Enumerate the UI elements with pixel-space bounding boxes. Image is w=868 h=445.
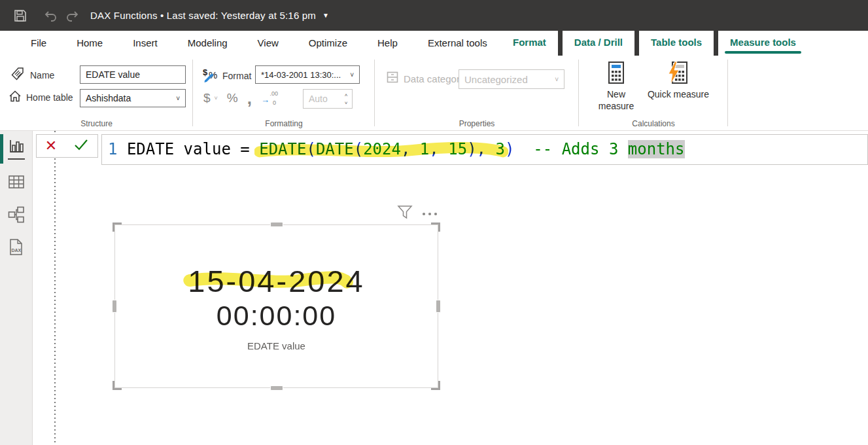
code-token: months (628, 140, 685, 158)
code-token: -- Adds 3 (533, 140, 628, 158)
code-token: ) (467, 140, 476, 158)
group-caption: Properties (375, 119, 579, 128)
sidebar-item-dax-query-view[interactable]: DAX (0, 234, 33, 263)
decimal-places-spinner[interactable]: Auto ˄˅ (303, 89, 353, 109)
name-label: Name (30, 70, 54, 80)
formula-commit-box: ✕ (36, 134, 98, 158)
card-visual[interactable]: 15-04-2024 00:00:00 EDATE value (114, 224, 438, 388)
cancel-formula-icon[interactable]: ✕ (45, 139, 57, 153)
resize-handle-top-right[interactable] (431, 222, 440, 232)
tab-measure-tools[interactable]: Measure tools (718, 31, 808, 56)
sidebar-item-table-view[interactable] (0, 169, 33, 198)
decimal-places-icon[interactable]: .00 → 0 (261, 90, 278, 106)
dax-query-icon: DAX (8, 238, 25, 259)
chevron-down-icon[interactable]: ˅ (215, 95, 218, 101)
home-table-dropdown[interactable]: Ashishdata ˅ (80, 89, 186, 107)
tab-view[interactable]: View (243, 31, 294, 56)
sidebar-item-model-view[interactable] (0, 202, 33, 230)
filter-icon[interactable] (396, 205, 413, 222)
code-token: DATE (316, 140, 354, 158)
model-icon (8, 206, 25, 226)
thousands-separator-button[interactable]: , (247, 95, 252, 101)
card-caption: EDATE value (247, 340, 305, 351)
dax-formula-bar[interactable]: 1 EDATE value = EDATE(DATE(2024, 1, 15),… (101, 134, 868, 165)
data-category-label: Data category (404, 73, 464, 84)
tab-help[interactable]: Help (362, 31, 413, 56)
resize-handle-right[interactable] (436, 300, 441, 313)
main-tabs: FileHomeInsertModelingViewOptimizeHelpEx… (0, 31, 502, 56)
view-sidebar: DAX (0, 131, 33, 445)
spinner-up-icon[interactable]: ˄ (345, 92, 348, 98)
data-category-dropdown: Uncategorized ˅ (459, 69, 564, 89)
canvas-guide-dotted-line (54, 131, 56, 445)
resize-handle-left[interactable] (112, 300, 117, 313)
card-content: 15-04-2024 00:00:00 EDATE value (115, 225, 438, 387)
percent-format-button[interactable]: % (227, 91, 238, 105)
code-token: EDATE value (127, 140, 240, 158)
svg-text:DAX: DAX (12, 248, 22, 253)
tag-icon (10, 67, 25, 84)
resize-handle-top[interactable] (270, 222, 283, 227)
code-token: = (240, 140, 259, 158)
tab-optimize[interactable]: Optimize (294, 31, 362, 56)
save-icon[interactable] (9, 6, 31, 26)
redo-icon[interactable] (61, 6, 84, 26)
card-date-value: 15-04-2024 (188, 264, 364, 298)
arrow-right-icon: → (261, 95, 269, 105)
chevron-down-icon: ˅ (171, 95, 180, 102)
resize-handle-bottom[interactable] (270, 385, 283, 391)
contextual-tabs: FormatData / DrillTable toolsMeasure too… (501, 31, 808, 56)
ribbon-group-calculations: New measure Quick measure Calculations (579, 56, 728, 130)
code-token: ( (354, 140, 363, 158)
document-title[interactable]: DAX Functions • Last saved: Yesterday at… (90, 10, 316, 21)
visual-hover-toolbar (396, 205, 440, 222)
measure-name-input[interactable]: EDATE value (80, 65, 186, 84)
code-token: , (429, 140, 448, 158)
calculator-icon (588, 60, 644, 86)
commit-formula-icon[interactable] (73, 138, 89, 154)
code-token: 15 (448, 140, 467, 158)
spinner-down-icon[interactable]: ˅ (345, 100, 348, 106)
format-currency-icon: $% (203, 67, 220, 85)
home-table-label: Home table (26, 92, 73, 103)
tab-modeling[interactable]: Modeling (173, 31, 243, 56)
table-icon (8, 174, 25, 192)
quick-measure-button[interactable]: Quick measure (647, 60, 710, 100)
tab-data-drill[interactable]: Data / Drill (563, 31, 634, 56)
ribbon-tab-row: FileHomeInsertModelingViewOptimizeHelpEx… (0, 31, 868, 56)
ribbon-group-formatting: $% Format *14-03-2001 13:30:... ˅ $ ˅ % … (193, 56, 375, 130)
chevron-down-icon: ˅ (549, 76, 559, 83)
sidebar-item-report-view[interactable] (0, 135, 33, 164)
undo-icon[interactable] (39, 6, 61, 26)
resize-handle-top-left[interactable] (113, 222, 122, 232)
code-token (514, 140, 533, 158)
code-token: , (477, 140, 496, 158)
ribbon-group-properties: Data category Uncategorized ˅ Properties (375, 56, 579, 130)
highlighted-code-segment: EDATE(DATE(2024, 1, 15), 3 (259, 135, 505, 164)
tab-insert[interactable]: Insert (118, 31, 173, 56)
bar-chart-icon (8, 139, 25, 157)
caret-down-icon[interactable]: ▼ (322, 12, 329, 19)
format-label: Format (222, 71, 251, 81)
active-tab-underline (725, 51, 801, 54)
more-options-icon[interactable] (421, 207, 440, 219)
chevron-down-icon: ˅ (345, 71, 354, 79)
code-token: 1 (420, 140, 429, 158)
new-measure-button[interactable]: New measure (588, 60, 644, 112)
card-time-value: 00:00:00 (217, 298, 336, 332)
code-token: , (401, 140, 420, 158)
title-bar: DAX Functions • Last saved: Yesterday at… (0, 0, 868, 31)
resize-handle-bottom-right[interactable] (431, 381, 440, 390)
ribbon-group-structure: Name EDATE value Home table Ashishdata ˅… (0, 56, 193, 130)
group-caption: Structure (0, 119, 193, 128)
tab-external-tools[interactable]: External tools (413, 31, 502, 56)
resize-handle-bottom-left[interactable] (113, 381, 122, 390)
ribbon: Name EDATE value Home table Ashishdata ˅… (0, 56, 868, 131)
currency-format-button[interactable]: $ (203, 91, 211, 105)
format-dropdown[interactable]: *14-03-2001 13:30:... ˅ (255, 65, 360, 84)
tab-table-tools[interactable]: Table tools (639, 31, 714, 56)
tab-file[interactable]: File (16, 31, 61, 56)
tab-home[interactable]: Home (61, 31, 118, 56)
selected-view-underline (8, 158, 25, 160)
tab-format[interactable]: Format (501, 31, 558, 56)
